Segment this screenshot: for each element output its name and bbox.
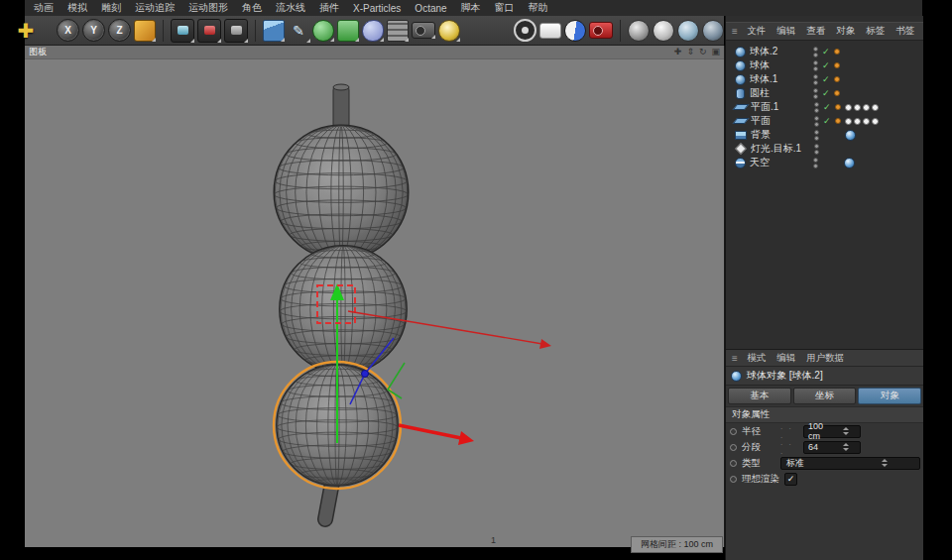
menu-item[interactable]: 脚本: [454, 1, 488, 15]
keyframe-circle-icon[interactable]: [730, 444, 737, 451]
enabled-check-icon[interactable]: ✓: [822, 48, 830, 56]
visibility-dots-icon[interactable]: [813, 88, 818, 99]
object-manager-menu-item[interactable]: 文件: [742, 25, 772, 38]
add-metaball-button[interactable]: [362, 20, 384, 42]
render-picture-viewer-button[interactable]: [197, 19, 221, 43]
x-axis-lock-button[interactable]: X: [57, 19, 79, 42]
texture-tag-icon[interactable]: [844, 158, 855, 168]
tag-area[interactable]: [845, 104, 879, 111]
tab-object[interactable]: 对象: [858, 388, 921, 404]
z-axis-lock-button[interactable]: Z: [108, 19, 131, 42]
menu-item[interactable]: 动画: [27, 1, 60, 15]
menu-item[interactable]: X-Particles: [346, 3, 408, 14]
compositing-tag-icon[interactable]: [845, 118, 852, 125]
panel-menu-icon[interactable]: ≡: [728, 353, 742, 364]
render-toggle-button[interactable]: [564, 20, 586, 42]
keyframe-circle-icon[interactable]: [730, 476, 737, 483]
menu-item[interactable]: 模拟: [60, 1, 94, 15]
tag-area[interactable]: [845, 118, 879, 125]
visibility-dots-icon[interactable]: [814, 130, 819, 141]
layer-dot-icon[interactable]: [834, 90, 840, 96]
compositing-tag-icon[interactable]: [863, 104, 870, 111]
object-manager-menu-item[interactable]: 对象: [831, 25, 861, 38]
visibility-dots-icon[interactable]: [814, 116, 819, 127]
texture-tag-icon[interactable]: [845, 130, 856, 141]
interactive-render-region-button[interactable]: [514, 19, 536, 42]
add-light-button[interactable]: [438, 20, 460, 42]
object-row[interactable]: 天空 ✓: [726, 156, 923, 169]
enabled-check-icon[interactable]: ✓: [822, 89, 830, 98]
compositing-tag-icon[interactable]: [854, 118, 861, 125]
new-material-button[interactable]: [539, 23, 561, 39]
layer-dot-icon[interactable]: [834, 62, 840, 68]
display-sphere-gray-icon[interactable]: [628, 20, 650, 42]
visibility-dots-icon[interactable]: [813, 47, 818, 57]
visibility-dots-icon[interactable]: [814, 144, 819, 155]
viewport-toggle-icon[interactable]: ▣: [711, 46, 720, 58]
viewport-rotate-icon[interactable]: ↻: [699, 46, 707, 58]
compositing-tag-icon[interactable]: [854, 104, 861, 111]
viewport-zoom-icon[interactable]: ⇕: [686, 46, 694, 58]
keyframe-circle-icon[interactable]: [730, 460, 737, 467]
type-dropdown[interactable]: 标准: [780, 457, 920, 470]
move-tool-icon[interactable]: ✚: [13, 17, 39, 45]
add-generator-button[interactable]: [312, 20, 334, 42]
enabled-check-icon[interactable]: ✓: [822, 75, 830, 84]
panel-menu-icon[interactable]: ≡: [728, 26, 742, 37]
compositing-tag-icon[interactable]: [872, 104, 879, 111]
tab-basic[interactable]: 基本: [728, 388, 791, 404]
object-row[interactable]: 球体 ✓: [726, 58, 923, 72]
add-array-button[interactable]: [387, 20, 409, 42]
compositing-tag-icon[interactable]: [863, 118, 870, 125]
layer-dot-icon[interactable]: [834, 49, 840, 55]
viewport-pan-icon[interactable]: ✚: [674, 46, 682, 58]
attribute-menu-item[interactable]: 用户数据: [801, 352, 850, 365]
visibility-dots-icon[interactable]: [813, 158, 818, 168]
display-sphere-blue-icon[interactable]: [677, 20, 699, 42]
object-row[interactable]: 圆柱 ✓: [726, 86, 923, 100]
attribute-menu-item[interactable]: 模式: [742, 352, 772, 365]
visibility-dots-icon[interactable]: [813, 60, 818, 71]
y-axis-lock-button[interactable]: Y: [82, 19, 105, 42]
visibility-dots-icon[interactable]: [813, 74, 818, 85]
spline-pen-button[interactable]: ✎: [288, 20, 309, 42]
enabled-check-icon[interactable]: ✓: [823, 103, 831, 112]
menu-item[interactable]: 窗口: [488, 1, 522, 15]
object-manager-menu-item[interactable]: 查看: [801, 25, 831, 38]
compositing-tag-icon[interactable]: [845, 104, 852, 111]
object-row[interactable]: 背景 ✓: [726, 128, 923, 142]
menu-item[interactable]: 角色: [235, 1, 269, 15]
display-sphere-dark-icon[interactable]: [702, 20, 724, 42]
ideal-render-checkbox[interactable]: ✓: [784, 473, 797, 486]
render-settings-button[interactable]: [224, 19, 248, 43]
display-sphere-light-icon[interactable]: [653, 20, 674, 42]
segments-input[interactable]: 64: [803, 441, 861, 454]
menu-item[interactable]: 帮助: [522, 1, 555, 15]
render-view-button[interactable]: [171, 19, 194, 43]
add-camera-button[interactable]: [412, 22, 435, 39]
spinner-icon[interactable]: [833, 427, 858, 435]
object-row[interactable]: 球体.1 ✓: [726, 72, 923, 86]
enabled-check-icon[interactable]: ✓: [823, 117, 831, 126]
spinner-icon[interactable]: [833, 443, 858, 451]
menu-item[interactable]: 插件: [312, 1, 346, 15]
add-deformer-button[interactable]: [337, 20, 359, 42]
visibility-dots-icon[interactable]: [814, 102, 819, 113]
keyframe-circle-icon[interactable]: [730, 428, 737, 435]
object-row[interactable]: 灯光.目标.1 ✓: [726, 142, 923, 156]
object-row[interactable]: 球体.2 ✓: [726, 45, 923, 58]
attribute-menu-item[interactable]: 编辑: [772, 352, 801, 365]
object-row[interactable]: 平面 ✓: [726, 114, 923, 128]
object-manager-menu-item[interactable]: 标签: [861, 25, 891, 38]
menu-item[interactable]: 运动图形: [181, 1, 235, 15]
layer-dot-icon[interactable]: [835, 118, 841, 124]
layer-dot-icon[interactable]: [835, 104, 841, 110]
coordinate-system-button[interactable]: [134, 20, 156, 42]
add-cube-primitive-button[interactable]: [263, 20, 285, 42]
enabled-check-icon[interactable]: ✓: [822, 61, 830, 70]
menu-item[interactable]: Octane: [408, 3, 453, 14]
layer-dot-icon[interactable]: [834, 76, 840, 82]
menu-item[interactable]: 运动追踪: [128, 1, 181, 15]
menu-item[interactable]: 流水线: [269, 1, 312, 15]
compositing-tag-icon[interactable]: [872, 118, 879, 125]
